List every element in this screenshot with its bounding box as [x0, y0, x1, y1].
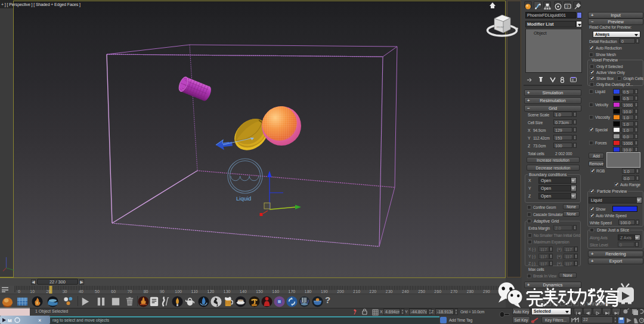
svg-text:FRONT: FRONT — [497, 26, 504, 29]
svg-text:M: M — [8, 318, 12, 323]
svg-text:?: ? — [566, 5, 569, 9]
svg-text:×: × — [38, 317, 41, 323]
